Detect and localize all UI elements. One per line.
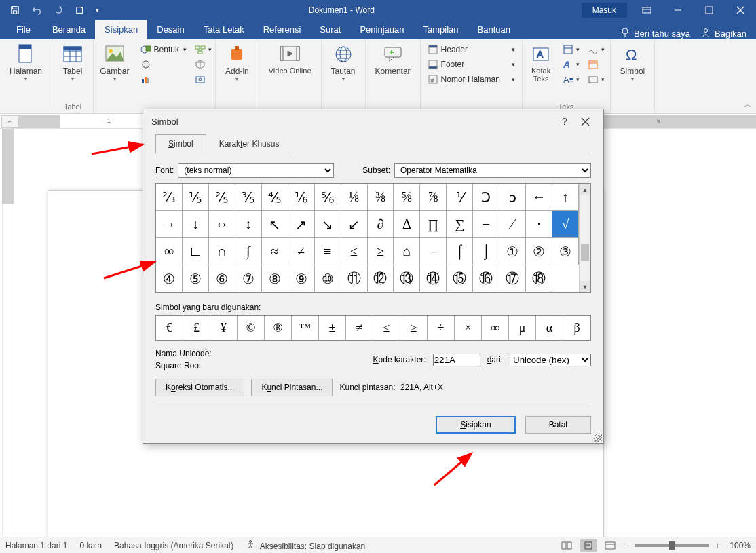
textbox-button[interactable]: A Kotak Teks [525, 42, 557, 84]
zoom-level[interactable]: 100% [730, 541, 751, 550]
symbol-cell[interactable]: ≥ [368, 238, 394, 265]
symbol-cell[interactable]: ≈ [262, 238, 288, 265]
comment-button[interactable]: Komentar [370, 42, 416, 77]
symbol-cell[interactable]: ∂ [368, 211, 394, 238]
tab-insert[interactable]: Sisipkan [95, 20, 147, 39]
status-page[interactable]: Halaman 1 dari 1 [5, 541, 67, 550]
symbol-cell[interactable]: ∞ [156, 238, 183, 265]
recent-symbol-cell[interactable]: © [238, 316, 265, 340]
symbol-cell[interactable]: ↘ [315, 211, 341, 238]
recent-symbol-cell[interactable]: ÷ [428, 316, 455, 340]
symbol-cell[interactable]: ⑦ [235, 265, 262, 292]
symbol-cell[interactable]: ⑨ [288, 265, 315, 292]
links-button[interactable]: Tautan ▾ [326, 42, 361, 83]
scroll-thumb[interactable] [581, 244, 589, 261]
tab-design[interactable]: Desain [147, 20, 193, 39]
recent-symbol-cell[interactable]: ™ [292, 316, 319, 340]
recent-symbol-cell[interactable]: ∞ [482, 316, 509, 340]
symbol-cell[interactable]: ⑰ [499, 265, 526, 292]
recent-symbol-cell[interactable]: ¥ [210, 316, 238, 340]
signin-button[interactable]: Masuk [582, 3, 627, 18]
undo-icon[interactable] [27, 2, 46, 18]
symbol-cell[interactable]: ∕ [499, 211, 526, 238]
symbol-cell[interactable]: ⅗ [235, 184, 262, 211]
collapse-ribbon-button[interactable]: ︿ [744, 99, 752, 111]
symbol-cell[interactable]: ① [499, 238, 526, 265]
symbol-cell[interactable]: ⑪ [341, 265, 368, 292]
symbol-cell[interactable]: ∙ [526, 211, 552, 238]
tab-review[interactable]: Peninjauan [350, 20, 413, 39]
object-button[interactable]: ▾ [585, 72, 607, 87]
symbol-cell[interactable]: ≠ [288, 238, 315, 265]
recent-symbol-cell[interactable]: £ [183, 316, 210, 340]
cancel-button[interactable]: Batal [525, 416, 591, 434]
shortcut-key-button[interactable]: Kunci Pintasan... [251, 379, 333, 396]
tab-symbols[interactable]: Simbol [155, 134, 206, 153]
view-read-icon[interactable] [559, 539, 575, 552]
symbol-cell[interactable]: ⑧ [262, 265, 288, 292]
zoom-out-button[interactable]: − [624, 540, 629, 551]
tab-layout[interactable]: Tata Letak [194, 20, 254, 39]
subset-select[interactable]: Operator Matematika [394, 163, 591, 178]
share-button[interactable]: Bagikan [701, 28, 746, 39]
recent-symbol-cell[interactable]: α [536, 316, 563, 340]
symbol-cell[interactable]: ↓ [183, 211, 209, 238]
symbol-cell[interactable]: √ [552, 211, 579, 238]
symbol-grid-scrollbar[interactable]: ▲ ▼ [579, 184, 590, 292]
symbol-cell[interactable]: Δ [394, 211, 420, 238]
symbol-cell[interactable]: ↔ [209, 211, 235, 238]
symbol-cell[interactable]: ⑤ [183, 265, 209, 292]
symbol-cell[interactable]: ⑮ [447, 265, 473, 292]
pages-button[interactable]: Halaman ▾ [4, 42, 48, 83]
symbol-cell[interactable]: ∑ [447, 211, 473, 238]
redo-icon[interactable] [49, 2, 68, 18]
tab-references[interactable]: Referensi [254, 20, 311, 39]
datetime-button[interactable] [585, 57, 607, 72]
dialog-titlebar[interactable]: Simbol ? [143, 109, 603, 134]
header-button[interactable]: Header▾ [425, 42, 518, 57]
symbol-cell[interactable]: ≡ [315, 238, 341, 265]
symbol-cell[interactable]: ⅘ [262, 184, 288, 211]
symbol-cell[interactable]: ⅖ [209, 184, 235, 211]
symbol-cell[interactable]: ④ [156, 265, 183, 292]
online-video-button[interactable]: Video Online [263, 42, 317, 76]
qat-dropdown-icon[interactable]: ▾ [92, 2, 102, 18]
minimize-button[interactable] [662, 0, 694, 20]
save-icon[interactable] [5, 2, 24, 18]
tab-special-chars[interactable]: Karakter Khusus [206, 134, 292, 153]
symbol-cell[interactable]: ↗ [288, 211, 315, 238]
symbol-cell[interactable]: ⅟ [447, 184, 473, 211]
symbol-cell[interactable]: ↖ [262, 211, 288, 238]
dialog-close-button[interactable] [575, 111, 595, 132]
symbol-button[interactable]: Ω Simbol ▾ [615, 42, 651, 83]
symbol-cell[interactable]: ⑱ [526, 265, 552, 292]
symbol-cell[interactable]: ⑬ [394, 265, 420, 292]
view-print-icon[interactable] [580, 539, 597, 552]
recent-symbol-cell[interactable]: ≥ [400, 316, 428, 340]
symbol-cell[interactable]: ⌡ [473, 238, 499, 265]
tell-me-search[interactable]: Beri tahu saya [620, 28, 690, 39]
scroll-down-button[interactable]: ▼ [580, 281, 590, 292]
view-web-icon[interactable] [602, 539, 618, 552]
touch-mode-icon[interactable] [71, 2, 90, 18]
recent-symbol-cell[interactable]: β [563, 316, 590, 340]
recent-symbol-cell[interactable]: ≤ [373, 316, 400, 340]
symbol-cell[interactable]: ⑯ [473, 265, 499, 292]
from-select[interactable]: Unicode (hex) [510, 354, 591, 366]
symbol-cell[interactable]: – [420, 238, 447, 265]
status-language[interactable]: Bahasa Inggris (Amerika Serikat) [114, 541, 233, 550]
chart-button[interactable] [138, 72, 189, 87]
smartart-button[interactable]: ▾ [192, 42, 214, 57]
symbol-cell[interactable]: − [473, 211, 499, 238]
recent-symbol-cell[interactable]: ® [265, 316, 292, 340]
autocorrect-button[interactable]: Koreksi Otomatis... [155, 379, 244, 396]
symbol-cell[interactable]: → [156, 211, 183, 238]
quickparts-button[interactable]: ▾ [560, 42, 582, 57]
icons-button[interactable] [138, 57, 189, 72]
recent-symbol-cell[interactable]: μ [509, 316, 536, 340]
zoom-in-button[interactable]: + [715, 540, 720, 551]
symbol-cell[interactable]: ∏ [420, 211, 447, 238]
addins-button[interactable]: Add-in ▾ [220, 42, 254, 83]
recent-symbol-cell[interactable]: × [455, 316, 482, 340]
3dmodel-button[interactable] [192, 57, 214, 72]
